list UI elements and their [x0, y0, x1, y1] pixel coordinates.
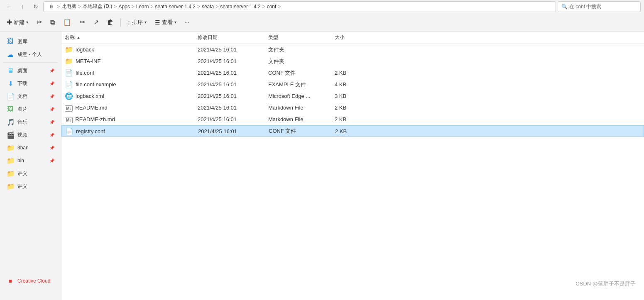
- nav-back-btn[interactable]: ←: [3, 1, 15, 12]
- cut-button[interactable]: ✂: [33, 16, 45, 29]
- file-row[interactable]: 📁 logback 2021/4/25 16:01 文件夹: [61, 44, 644, 56]
- sort-button[interactable]: ↕ 排序 ▾: [124, 16, 150, 29]
- file-name-cell: 📄 file.conf: [61, 69, 194, 77]
- header-size[interactable]: 大小: [331, 32, 365, 44]
- folder-3ban-icon: 📁: [7, 144, 14, 152]
- sidebar-label-jiangyi2: 讲义: [17, 183, 54, 190]
- pin-icon-bin: 📌: [49, 159, 54, 163]
- search-icon: 🔍: [561, 4, 568, 10]
- file-row[interactable]: 📁 META-INF 2021/4/25 16:01 文件夹: [61, 56, 644, 67]
- breadcrumb-conf[interactable]: conf: [267, 4, 277, 10]
- sidebar-item-music[interactable]: 🎵 音乐 📌: [2, 116, 59, 128]
- folder-bin-icon: 📁: [7, 157, 14, 165]
- header-date[interactable]: 修改日期: [194, 32, 265, 44]
- main-layout: 🖼 图库 ☁ 成意 - 个人 🖥 桌面 📌 ⬇ 下载 📌 📄 文档 📌 🖼 图片…: [0, 32, 644, 300]
- file-row[interactable]: M↓ README.md 2021/4/25 16:01 Markdown Fi…: [61, 102, 644, 114]
- sort-arrow-name: ▲: [76, 35, 81, 40]
- nav-refresh-btn[interactable]: ↻: [30, 1, 42, 12]
- file-type-cell: CONF 文件: [265, 127, 332, 135]
- sidebar-item-docs[interactable]: 📄 文档 📌: [2, 90, 59, 102]
- download-icon: ⬇: [7, 80, 14, 88]
- file-name-cell: 📁 META-INF: [61, 57, 194, 65]
- more-label: ···: [185, 19, 189, 25]
- nav-up-btn[interactable]: ↑: [17, 1, 28, 12]
- sort-label: 排序: [132, 19, 143, 26]
- sidebar-item-download[interactable]: ⬇ 下载 📌: [2, 77, 59, 90]
- file-size-cell: 2 KB: [331, 70, 365, 76]
- sidebar-item-desktop[interactable]: 🖥 桌面 📌: [2, 64, 59, 77]
- sidebar-item-jiangyi2[interactable]: 📁 讲义: [2, 180, 59, 193]
- sidebar-label-jiangyi1: 讲义: [17, 170, 54, 177]
- rename-button[interactable]: ✏: [76, 16, 88, 29]
- delete-icon: 🗑: [107, 19, 114, 26]
- pin-icon-3ban: 📌: [49, 146, 54, 150]
- file-type-icon: 📄: [65, 127, 73, 135]
- sidebar-item-gallery[interactable]: 🖼 图库: [2, 35, 59, 48]
- sidebar-item-bin[interactable]: 📁 bin 📌: [2, 154, 59, 167]
- breadcrumb: 🖥 > 此电脑 > 本地磁盘 (D:) > Apps > Learn > sea…: [43, 1, 556, 12]
- file-date-cell: 2021/4/25 16:01: [194, 116, 265, 122]
- file-type-cell: 文件夹: [265, 58, 331, 65]
- sidebar-label-music: 音乐: [17, 119, 46, 126]
- new-button[interactable]: ✚ 新建 ▾: [3, 16, 32, 29]
- file-size-cell: 3 KB: [331, 93, 365, 99]
- file-type-cell: CONF 文件: [265, 69, 331, 77]
- file-type-icon: M↓: [65, 116, 73, 123]
- more-button[interactable]: ···: [181, 16, 193, 29]
- paste-button[interactable]: 📋: [60, 16, 75, 29]
- folder-jiangyi2-icon: 📁: [7, 183, 14, 190]
- sidebar-item-3ban[interactable]: 📁 3ban 📌: [2, 141, 59, 154]
- file-row[interactable]: M↓ README-zh.md 2021/4/25 16:01 Markdown…: [61, 114, 644, 125]
- sidebar-label-download: 下载: [17, 80, 46, 87]
- file-name-text: README-zh.md: [75, 116, 115, 122]
- breadcrumb-disk[interactable]: 本地磁盘 (D:): [83, 3, 112, 10]
- file-type-cell: 文件夹: [265, 46, 331, 54]
- share-button[interactable]: ↗: [90, 16, 102, 29]
- header-name[interactable]: 名称 ▲: [61, 32, 194, 44]
- search-input[interactable]: [569, 4, 637, 10]
- sidebar-item-cloud[interactable]: ☁ 成意 - 个人: [2, 48, 59, 61]
- breadcrumb-seata-server1[interactable]: seata-server-1.4.2: [155, 4, 195, 10]
- toolbar-sep1: [120, 18, 121, 27]
- folder-jiangyi1-icon: 📁: [7, 170, 14, 178]
- video-icon: 🎬: [7, 131, 14, 139]
- file-type-cell: EXAMPLE 文件: [265, 81, 331, 88]
- creative-icon: ■: [7, 278, 14, 284]
- file-name-text: logback: [76, 46, 94, 53]
- sidebar-item-jiangyi1[interactable]: 📁 讲义: [2, 167, 59, 180]
- sidebar-item-pics[interactable]: 🖼 图片 📌: [2, 103, 59, 115]
- file-row[interactable]: 📄 registry.conf 2021/4/25 16:01 CONF 文件 …: [61, 125, 644, 137]
- sidebar-item-creative[interactable]: ■ Creative Cloud: [2, 275, 60, 287]
- sidebar-label-gallery: 图库: [17, 38, 54, 45]
- file-type-icon: 📄: [65, 69, 73, 77]
- sidebar-label-creative: Creative Cloud: [17, 278, 55, 284]
- sidebar-label-docs: 文档: [17, 93, 46, 100]
- file-row[interactable]: 🌐 logback.xml 2021/4/25 16:01 Microsoft …: [61, 90, 644, 102]
- view-icon: ☰: [155, 19, 160, 26]
- breadcrumb-thispc[interactable]: 此电脑: [61, 3, 76, 10]
- delete-button[interactable]: 🗑: [104, 16, 117, 29]
- file-list-header: 名称 ▲ 修改日期 类型 大小: [61, 32, 644, 44]
- copy-button[interactable]: ⧉: [47, 16, 58, 29]
- file-date-cell: 2021/4/25 16:01: [195, 128, 265, 134]
- docs-icon: 📄: [7, 93, 14, 100]
- breadcrumb-learn[interactable]: Learn: [136, 4, 149, 10]
- pics-icon: 🖼: [7, 105, 14, 113]
- sidebar-item-video[interactable]: 🎬 视频 📌: [2, 129, 59, 141]
- file-size-cell: 4 KB: [331, 81, 365, 88]
- pin-icon-pics: 📌: [49, 107, 54, 112]
- breadcrumb-seata-server2[interactable]: seata-server-1.4.2: [220, 4, 260, 10]
- file-row[interactable]: 📄 file.conf 2021/4/25 16:01 CONF 文件 2 KB: [61, 67, 644, 79]
- copy-icon: ⧉: [50, 19, 55, 26]
- breadcrumb-apps[interactable]: Apps: [118, 4, 130, 10]
- view-button[interactable]: ☰ 查看 ▾: [152, 16, 180, 29]
- header-type[interactable]: 类型: [265, 32, 331, 44]
- file-name-cell: 📁 logback: [61, 46, 194, 54]
- search-box[interactable]: 🔍: [558, 1, 641, 12]
- new-dropdown-icon: ▾: [26, 20, 28, 24]
- file-row[interactable]: 📄 file.conf.example 2021/4/25 16:01 EXAM…: [61, 79, 644, 90]
- pin-icon-music: 📌: [49, 120, 54, 124]
- pin-icon-video: 📌: [49, 133, 54, 137]
- breadcrumb-seata[interactable]: seata: [202, 4, 214, 10]
- sidebar-label-bin: bin: [17, 158, 46, 163]
